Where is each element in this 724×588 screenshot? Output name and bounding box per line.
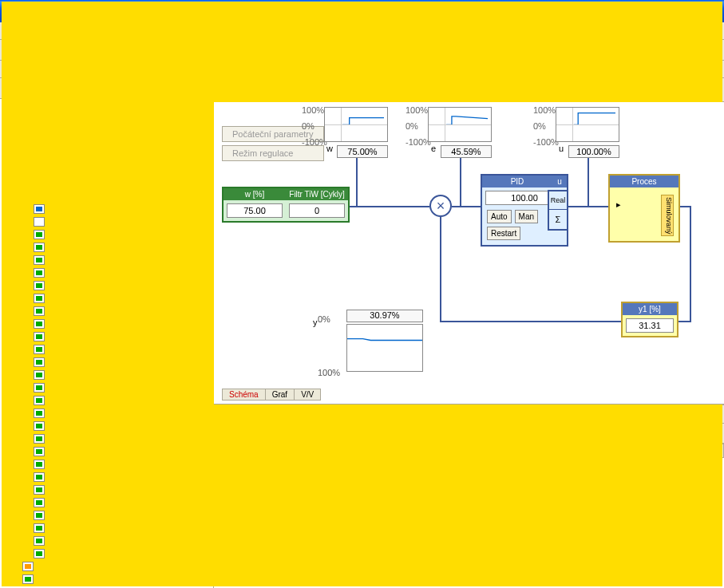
schema-view-tabs: Schéma Graf V/V (217, 386, 320, 402)
y-value: 30.97% (346, 310, 423, 322)
plot-y: 30.97% (346, 310, 423, 372)
plot-w: 100%0%-100% w75.00% (324, 107, 388, 158)
tab-graf[interactable]: Graf (265, 389, 295, 401)
summing-junction (429, 195, 452, 217)
pid-header: PID (482, 176, 552, 187)
pid-auto-button[interactable]: Auto (487, 210, 512, 223)
tab-vv[interactable]: V/V (294, 389, 321, 401)
variable-tree[interactable]: ⊟Systémové proměnnéVAR_EXTERNALVAR_GLOBA… (0, 99, 213, 588)
pid-schema-canvas[interactable]: Počáteční parametry Režim regulace 100%0… (214, 102, 724, 404)
project-tree-pane: 📁 📂 📋 📄 🌐 ⚙ 🔄 ⊟Systémové proměnnéVAR_EXT… (0, 78, 214, 588)
pid-output-type: Real Σ (548, 190, 568, 231)
plot-w-value: 75.00% (337, 145, 388, 158)
y1-value: 31.31 (626, 318, 674, 333)
w-header: w [%] (224, 188, 286, 200)
process-header: Proces (610, 176, 679, 187)
block-process[interactable]: Proces Simulovaný ▸ (608, 174, 680, 243)
w-value[interactable]: 75.00 (227, 203, 283, 218)
process-mode: Simulovaný (661, 195, 674, 236)
block-y1[interactable]: y1 [%] 31.31 (621, 302, 679, 337)
filter-header: Filtr TiW [Cykly] (286, 188, 348, 200)
y1-header: y1 [%] (623, 303, 677, 315)
tab-schema[interactable]: Schéma (222, 389, 266, 401)
pid-man-button[interactable]: Man (515, 210, 538, 223)
filter-value[interactable]: 0 (289, 203, 345, 218)
plot-e: 100%0%-100% e45.59% (428, 107, 492, 158)
regulation-mode-button[interactable]: Režim regulace (222, 145, 324, 161)
tree-node[interactable]: ⊟VAR_GLOBAL (2, 190, 212, 203)
plot-u: 100%0%-100% u100.00% (556, 107, 619, 158)
pid-restart-button[interactable]: Restart (487, 227, 520, 240)
y-label: y (313, 318, 318, 327)
plot-u-value: 100.00% (568, 145, 619, 158)
plot-e-value: 45.59% (441, 145, 492, 158)
block-w-input[interactable]: w [%]75.00 Filtr TiW [Cykly]0 (222, 187, 350, 223)
